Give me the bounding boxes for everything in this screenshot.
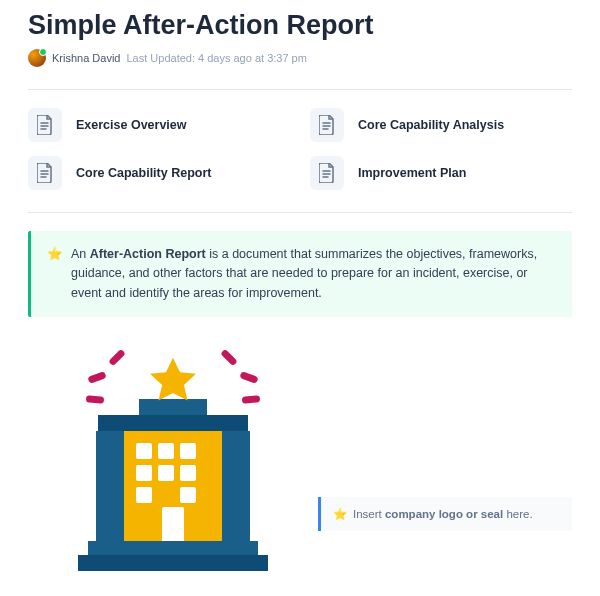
last-updated: Last Updated: 4 days ago at 3:37 pm: [126, 52, 306, 64]
divider: [28, 212, 572, 213]
logo-prompt-text: Insert company logo or seal here.: [353, 508, 533, 520]
toc-label: Core Capability Report: [76, 166, 211, 180]
toc-item-exercise-overview[interactable]: Exercise Overview: [28, 108, 290, 142]
toc-item-improvement-plan[interactable]: Improvement Plan: [310, 156, 572, 190]
callout-text: An After-Action Report is a document tha…: [71, 245, 556, 303]
divider: [28, 89, 572, 90]
page-title: Simple After-Action Report: [28, 10, 572, 41]
toc-label: Exercise Overview: [76, 118, 187, 132]
star-icon: ⭐: [333, 507, 347, 521]
toc-item-core-capability-report[interactable]: Core Capability Report: [28, 156, 290, 190]
table-of-contents: Exercise Overview Core Capability Analys…: [28, 108, 572, 190]
info-callout: ⭐ An After-Action Report is a document t…: [28, 231, 572, 317]
toc-label: Improvement Plan: [358, 166, 466, 180]
meta-row: Krishna David Last Updated: 4 days ago a…: [28, 49, 572, 67]
document-icon: [310, 108, 344, 142]
author-avatar[interactable]: [28, 49, 46, 67]
logo-placeholder-callout[interactable]: ⭐ Insert company logo or seal here.: [318, 497, 572, 531]
document-icon: [310, 156, 344, 190]
star-icon: ⭐: [47, 245, 63, 303]
building-star-illustration: [58, 351, 288, 571]
toc-item-core-capability-analysis[interactable]: Core Capability Analysis: [310, 108, 572, 142]
toc-label: Core Capability Analysis: [358, 118, 504, 132]
document-icon: [28, 108, 62, 142]
author-name[interactable]: Krishna David: [52, 52, 120, 64]
media-row: ⭐ Insert company logo or seal here.: [28, 351, 572, 571]
star-icon: [144, 353, 202, 411]
document-icon: [28, 156, 62, 190]
